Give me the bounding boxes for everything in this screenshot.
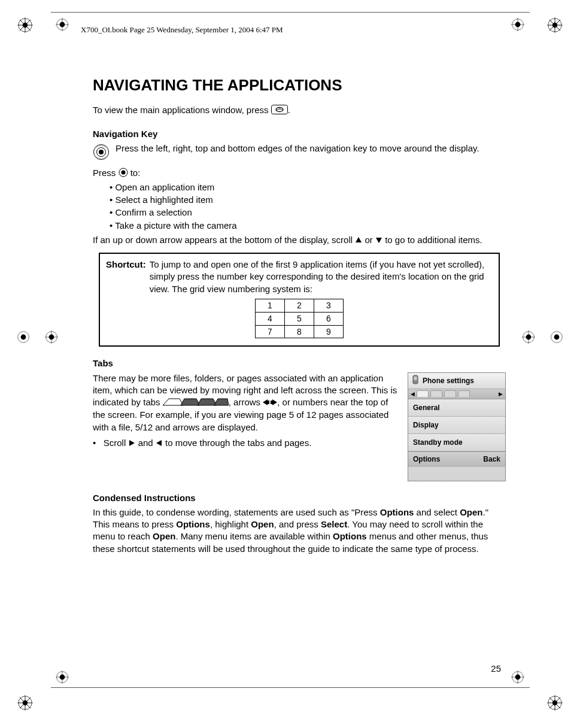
center-key-icon bbox=[119, 168, 128, 180]
text: Options bbox=[380, 507, 414, 517]
press-to-list: Open an application item Select a highli… bbox=[110, 181, 506, 232]
svg-marker-63 bbox=[198, 399, 217, 405]
text: to: bbox=[128, 168, 141, 178]
nav-key-desc: Press the left, right, top and bottom ed… bbox=[116, 142, 479, 154]
crop-mark-icon bbox=[45, 330, 58, 344]
intro-text: To view the main applications window, pr… bbox=[93, 104, 506, 117]
grid-cell: 6 bbox=[314, 312, 344, 325]
grid-cell: 5 bbox=[285, 312, 314, 325]
apps-key-icon bbox=[271, 105, 288, 117]
svg-point-58 bbox=[121, 170, 125, 174]
crop-mark-icon bbox=[550, 330, 563, 344]
text: Scroll bbox=[104, 438, 129, 448]
phone-settings-screenshot: Phone settings ◀ ▶ General Display Stand… bbox=[408, 372, 506, 481]
grid-cell: 7 bbox=[256, 325, 285, 338]
right-arrow-icon bbox=[128, 438, 135, 450]
grid-cell: 3 bbox=[314, 299, 344, 312]
text: and select bbox=[414, 507, 460, 517]
svg-marker-59 bbox=[356, 237, 362, 242]
condensed-paragraph: In this guide, to condense wording, stat… bbox=[93, 506, 506, 555]
registration-mark-icon bbox=[546, 17, 563, 34]
up-arrow-icon bbox=[355, 235, 362, 247]
phone-menu-item: Standby mode bbox=[408, 434, 505, 451]
softkey-left: Options bbox=[413, 454, 440, 464]
page-title: NAVIGATING THE APPLICATIONS bbox=[93, 75, 506, 96]
text: , and press bbox=[274, 519, 321, 529]
svg-point-27 bbox=[554, 335, 560, 340]
phone-tabs-row: ◀ ▶ bbox=[408, 389, 505, 399]
crop-mark-icon bbox=[511, 671, 524, 684]
registration-mark-icon bbox=[17, 694, 34, 711]
text: Options bbox=[333, 531, 367, 541]
text: , highlight bbox=[210, 519, 251, 529]
text: . bbox=[288, 105, 290, 115]
grid-cell: 9 bbox=[314, 325, 344, 338]
down-arrow-icon bbox=[375, 235, 382, 247]
grid-cell: 8 bbox=[285, 325, 314, 338]
text: Open bbox=[153, 531, 175, 541]
list-item: Select a highlighted item bbox=[110, 194, 506, 206]
shortcut-label: Shortcut: bbox=[106, 259, 146, 295]
crop-line bbox=[51, 687, 530, 688]
left-right-arrows-icon bbox=[263, 397, 277, 409]
nav-key-heading: Navigation Key bbox=[93, 128, 506, 140]
svg-rect-72 bbox=[414, 377, 417, 380]
left-arrow-icon bbox=[156, 438, 163, 450]
grid-cell: 1 bbox=[256, 299, 285, 312]
crop-mark-icon bbox=[511, 18, 524, 31]
grid-numbering-table: 123 456 789 bbox=[255, 299, 344, 339]
list-item: Open an application item bbox=[110, 181, 506, 193]
phone-menu-item: General bbox=[408, 399, 505, 417]
tabs-bullet: • Scroll and to move through the tabs an… bbox=[93, 437, 398, 450]
page-number: 25 bbox=[491, 663, 501, 674]
text: to go to additional items. bbox=[385, 235, 482, 245]
list-item: Take a picture with the camera bbox=[110, 220, 506, 232]
svg-point-56 bbox=[99, 150, 104, 154]
crop-mark-icon bbox=[17, 330, 30, 344]
svg-point-25 bbox=[21, 335, 26, 340]
shortcut-box: Shortcut: To jump to and open one of the… bbox=[99, 253, 500, 347]
shortcut-text: To jump to and open one of the first 9 a… bbox=[150, 259, 493, 295]
text: Open bbox=[460, 507, 482, 517]
text: In this guide, to condense wording, stat… bbox=[93, 507, 380, 517]
navigation-key-icon bbox=[93, 144, 110, 163]
svg-point-23 bbox=[552, 700, 557, 705]
svg-marker-70 bbox=[156, 440, 162, 446]
text: to move through the tabs and pages. bbox=[165, 438, 311, 448]
softkey-right: Back bbox=[483, 454, 500, 464]
text: If an up or down arrow appears at the bo… bbox=[93, 235, 355, 245]
press-to-text: Press to: bbox=[93, 167, 506, 180]
text: . Many menu items are available within bbox=[175, 531, 333, 541]
tabs-heading: Tabs bbox=[93, 357, 506, 369]
svg-marker-69 bbox=[129, 440, 135, 446]
svg-point-11 bbox=[552, 23, 557, 28]
text: To view the main applications window, pr… bbox=[93, 105, 271, 115]
svg-point-17 bbox=[23, 700, 28, 705]
svg-rect-68 bbox=[271, 401, 272, 404]
grid-cell: 2 bbox=[285, 299, 314, 312]
svg-marker-60 bbox=[376, 238, 382, 243]
list-item: Confirm a selection bbox=[110, 207, 506, 219]
text: Select bbox=[321, 519, 347, 529]
grid-cell: 4 bbox=[256, 312, 285, 325]
svg-marker-62 bbox=[181, 399, 200, 405]
tabs-icon bbox=[163, 397, 229, 409]
svg-marker-61 bbox=[163, 399, 183, 405]
tabs-paragraph: There may be more files, folders, or pag… bbox=[93, 372, 398, 433]
crop-mark-icon bbox=[56, 671, 69, 684]
registration-mark-icon bbox=[546, 694, 563, 711]
phone-menu-item: Display bbox=[408, 417, 505, 434]
page-header: X700_OI.book Page 25 Wednesday, Septembe… bbox=[51, 12, 283, 35]
scroll-note: If an up or down arrow appears at the bo… bbox=[93, 234, 506, 247]
svg-rect-52 bbox=[271, 105, 287, 114]
text: and bbox=[138, 438, 156, 448]
condensed-heading: Condensed Instructions bbox=[93, 492, 506, 504]
svg-rect-66 bbox=[268, 401, 269, 404]
phone-title: Phone settings bbox=[423, 376, 474, 386]
svg-point-5 bbox=[23, 23, 28, 28]
svg-marker-64 bbox=[214, 399, 229, 405]
crop-mark-icon bbox=[522, 330, 535, 344]
text: or bbox=[365, 235, 375, 245]
text: Open bbox=[251, 519, 274, 529]
registration-mark-icon bbox=[17, 17, 34, 34]
